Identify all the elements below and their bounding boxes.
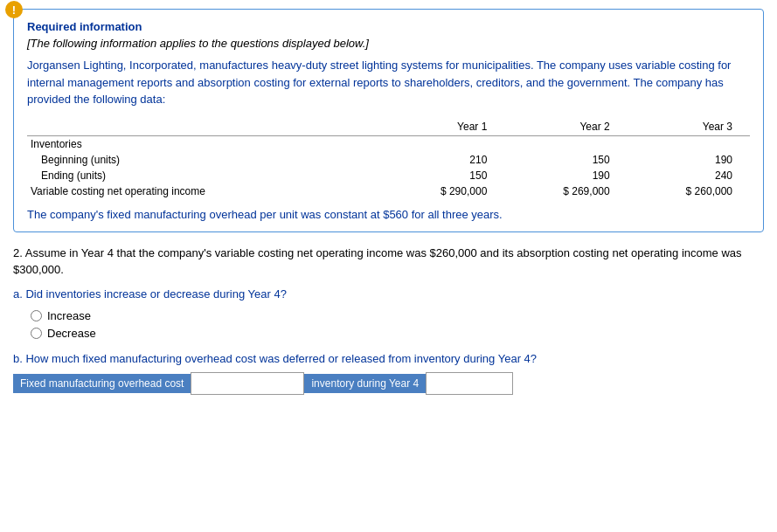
row-beginning-y3: 190 [628,152,750,168]
row-inventories-y2 [504,135,627,152]
radio-increase-label: Increase [47,309,91,322]
row-inventories-y1 [382,135,504,152]
description-text: Jorgansen Lighting, Incorporated, manufa… [27,57,750,108]
row-vcnoi-y3: $ 260,000 [628,183,750,199]
col-label-header [27,119,382,136]
required-info-title: Required information [27,20,750,33]
radio-decrease-option[interactable]: Decrease [31,327,764,340]
row-beginning-y1: 210 [382,152,504,168]
data-table: Year 1 Year 2 Year 3 Inventories Beginni… [27,119,750,199]
radio-decrease-label: Decrease [47,327,96,340]
input-label-fixed-cost: Fixed manufacturing overhead cost [13,374,191,393]
fixed-overhead-note: The company's fixed manufacturing overhe… [27,208,750,221]
row-beginning-y2: 150 [504,152,627,168]
col-year3-header: Year 3 [628,119,750,136]
table-row: Inventories [27,135,750,152]
info-box: ! Required information [The following in… [13,9,764,232]
table-row: Beginning (units) 210 150 190 [27,152,750,168]
input-label-inventory: inventory during Year 4 [304,374,426,393]
row-beginning-label: Beginning (units) [27,152,382,168]
radio-decrease[interactable] [31,328,42,339]
row-ending-y3: 240 [628,168,750,183]
radio-increase-option[interactable]: Increase [31,309,764,322]
table-row: Variable costing net operating income $ … [27,183,750,199]
row-ending-y1: 150 [382,168,504,183]
input-row: Fixed manufacturing overhead cost invent… [13,372,764,395]
row-inventories-y3 [628,135,750,152]
part-a-label: a. Did inventories increase or decrease … [13,287,764,301]
col-year2-header: Year 2 [504,119,627,136]
part-b-label: b. How much fixed manufacturing overhead… [13,352,764,365]
row-vcnoi-label: Variable costing net operating income [27,183,382,199]
alert-icon: ! [5,1,23,18]
row-vcnoi-y1: $ 290,000 [382,183,504,199]
inventory-amount-input[interactable] [426,372,513,395]
fixed-cost-input[interactable] [191,372,304,395]
col-year1-header: Year 1 [382,119,504,136]
row-ending-label: Ending (units) [27,168,382,183]
question2-text: 2. Assume in Year 4 that the company's v… [13,245,764,279]
table-row: Ending (units) 150 190 240 [27,168,750,183]
radio-increase[interactable] [31,310,42,321]
row-ending-y2: 190 [504,168,627,183]
radio-group: Increase Decrease [31,309,764,340]
subtitle: [The following information applies to th… [27,37,750,50]
row-inventories-label: Inventories [27,135,382,152]
row-vcnoi-y2: $ 269,000 [504,183,627,199]
